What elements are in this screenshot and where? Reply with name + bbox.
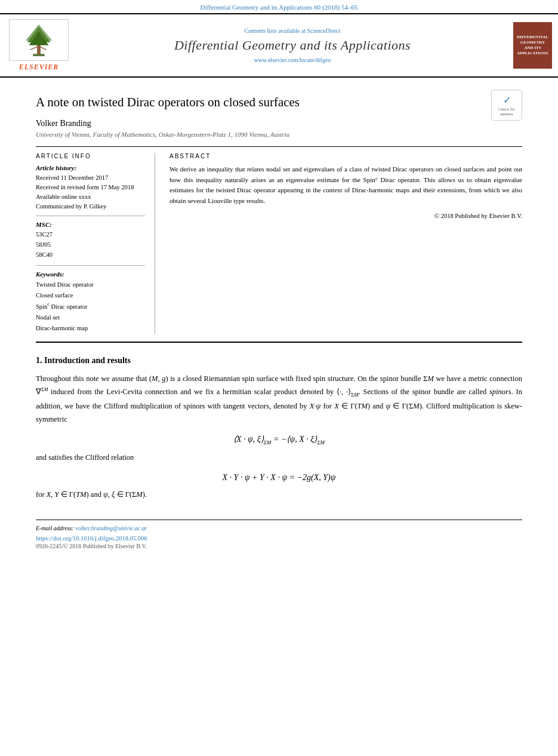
copyright-text: © 2018 Published by Elsevier B.V. — [169, 213, 522, 219]
svg-line-5 — [30, 47, 38, 50]
msc-codes: 53C27 58J05 58C40 — [36, 230, 145, 260]
contents-link: Contents lists available at ScienceDirec… — [78, 27, 507, 34]
history-title: Article history: — [36, 164, 145, 171]
msc-title: MSC: — [36, 221, 145, 228]
elsevier-tree-image — [9, 19, 69, 61]
intro-connector-1: and satisfies the Clifford relation — [36, 451, 522, 465]
intro-paragraph-1: Throughout this note we assume that (M, … — [36, 373, 522, 426]
journal-header-center: Contents lists available at ScienceDirec… — [78, 27, 507, 63]
email-footnote: E-mail address: volker.branding@univie.a… — [36, 524, 522, 533]
sciencedirect-link[interactable]: ScienceDirect — [307, 27, 340, 34]
email-link[interactable]: volker.branding@univie.ac.at — [75, 525, 146, 531]
info-divider-2 — [36, 265, 145, 266]
journal-url: www.elsevier.com/locate/difgeo — [78, 57, 507, 63]
check-updates-icon: ✓ — [503, 94, 511, 106]
article-meta-layout: ARTICLE INFO Article history: Received 1… — [36, 153, 522, 333]
article-title: A note on twisted Dirac operators on clo… — [36, 94, 522, 110]
keywords-list: Twisted Dirac operator Closed surface Sp… — [36, 279, 145, 334]
elsevier-logo: ELSEVIER — [6, 19, 72, 72]
journal-citation: Differential Geometry and its Applicatio… — [200, 4, 357, 11]
check-updates-badge[interactable]: ✓ Check for updates — [491, 90, 522, 121]
journal-header: ELSEVIER Contents lists available at Sci… — [0, 13, 558, 78]
author-name: Volker Branding — [36, 119, 522, 128]
author-affiliation: University of Vienna, Faculty of Mathema… — [36, 131, 522, 138]
title-divider — [36, 146, 522, 147]
svg-rect-1 — [37, 44, 41, 54]
keywords-title: Keywords: — [36, 271, 145, 278]
formula-2: X · Y · ψ + Y · X · ψ = −2g(X, Y)ψ — [36, 473, 522, 483]
info-divider-1 — [36, 216, 145, 216]
email-label: E-mail address: — [36, 525, 74, 531]
check-updates-label: Check for updates — [492, 107, 522, 116]
doi-line[interactable]: https://doi.org/10.1016/j.difgeo.2018.05… — [36, 535, 522, 542]
main-content: ✓ Check for updates A note on twisted Di… — [0, 78, 558, 561]
intro-heading: 1. Introduction and results — [36, 356, 522, 365]
abstract-column: ABSTRACT We derive an inequality that re… — [169, 153, 522, 333]
abstract-text: We derive an inequality that relates nod… — [169, 164, 522, 206]
abstract-heading: ABSTRACT — [169, 153, 522, 159]
history-items: Received 11 December 2017 Received in re… — [36, 173, 145, 211]
issn-line: 0926-2245/© 2018 Published by Elsevier B… — [36, 543, 522, 549]
footer-area: E-mail address: volker.branding@univie.a… — [36, 520, 522, 549]
formula-1: ⟨X · ψ, ξ⟩ΣM = −⟨ψ, X · ξ⟩ΣM — [36, 434, 522, 445]
journal-title-header: Differential Geometry and its Applicatio… — [78, 38, 507, 53]
intro-divider — [36, 342, 522, 343]
intro-paragraph-2: for X, Y ∈ Γ(TM) and ψ, ξ ∈ Γ(ΣM). — [36, 488, 522, 502]
elsevier-brand-text: ELSEVIER — [19, 63, 59, 72]
contents-prefix: Contents lists available at — [244, 27, 305, 34]
top-journal-bar: Differential Geometry and its Applicatio… — [0, 0, 558, 13]
article-info-column: ARTICLE INFO Article history: Received 1… — [36, 153, 155, 333]
page-wrapper: Differential Geometry and its Applicatio… — [0, 0, 558, 756]
journal-cover-thumb: DIFFERENTIAL GEOMETRY AND ITS APPLICATIO… — [513, 22, 552, 69]
article-info-heading: ARTICLE INFO — [36, 153, 145, 159]
